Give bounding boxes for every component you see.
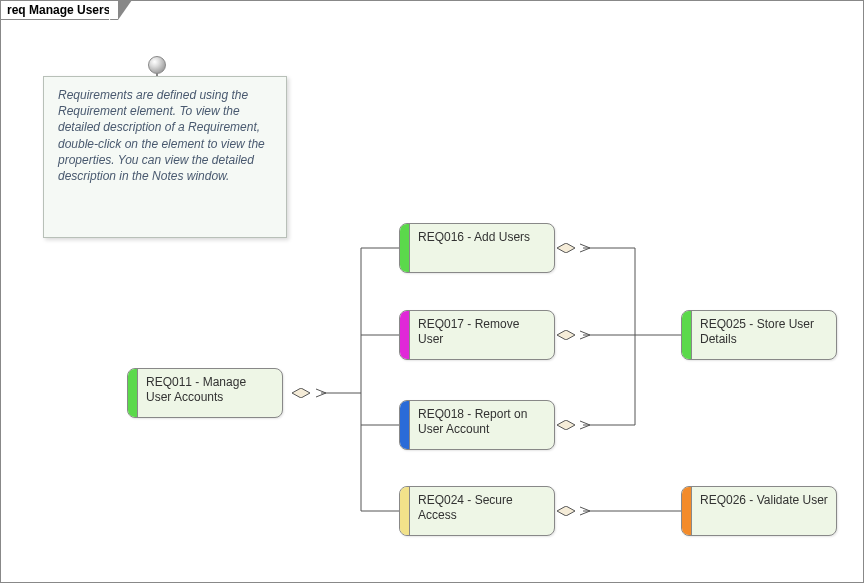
requirement-label: REQ024 - Secure Access (410, 487, 554, 535)
diagram-frame: req Manage Users Requirements are define… (0, 0, 864, 583)
svg-marker-14 (557, 330, 575, 340)
requirement-req026[interactable]: REQ026 - Validate User (681, 486, 837, 536)
requirement-label: REQ017 - Remove User (410, 311, 554, 359)
connector-arrow-icon (314, 387, 328, 399)
requirement-label: REQ018 - Report on User Account (410, 401, 554, 449)
requirement-label: REQ025 - Store User Details (692, 311, 836, 359)
requirement-label: REQ016 - Add Users (410, 224, 538, 272)
frame-title: req Manage Users (7, 3, 110, 17)
requirement-req016[interactable]: REQ016 - Add Users (399, 223, 555, 273)
requirement-req011[interactable]: REQ011 - Manage User Accounts (127, 368, 283, 418)
svg-marker-13 (557, 243, 575, 253)
status-stripe (400, 224, 410, 272)
status-stripe (128, 369, 138, 417)
connector-arrow-icon (578, 505, 592, 517)
aggregation-diamond-icon (557, 243, 575, 253)
aggregation-diamond-icon (557, 420, 575, 430)
svg-marker-12 (292, 388, 310, 398)
connector-arrow-icon (578, 242, 592, 254)
aggregation-diamond-icon (292, 388, 310, 398)
requirement-req025[interactable]: REQ025 - Store User Details (681, 310, 837, 360)
requirement-label: REQ011 - Manage User Accounts (138, 369, 282, 417)
diagram-note: Requirements are defined using the Requi… (43, 76, 287, 238)
requirement-label: REQ026 - Validate User (692, 487, 836, 535)
status-stripe (682, 311, 692, 359)
status-stripe (400, 401, 410, 449)
aggregation-diamond-icon (557, 506, 575, 516)
requirement-req024[interactable]: REQ024 - Secure Access (399, 486, 555, 536)
diagram-note-text: Requirements are defined using the Requi… (58, 88, 265, 183)
requirement-req018[interactable]: REQ018 - Report on User Account (399, 400, 555, 450)
svg-marker-16 (557, 506, 575, 516)
status-stripe (400, 487, 410, 535)
requirement-req017[interactable]: REQ017 - Remove User (399, 310, 555, 360)
connector-arrow-icon (578, 419, 592, 431)
svg-marker-15 (557, 420, 575, 430)
status-stripe (682, 487, 692, 535)
connector-arrow-icon (578, 329, 592, 341)
status-stripe (400, 311, 410, 359)
aggregation-diamond-icon (557, 330, 575, 340)
frame-title-tab: req Manage Users (0, 0, 118, 20)
